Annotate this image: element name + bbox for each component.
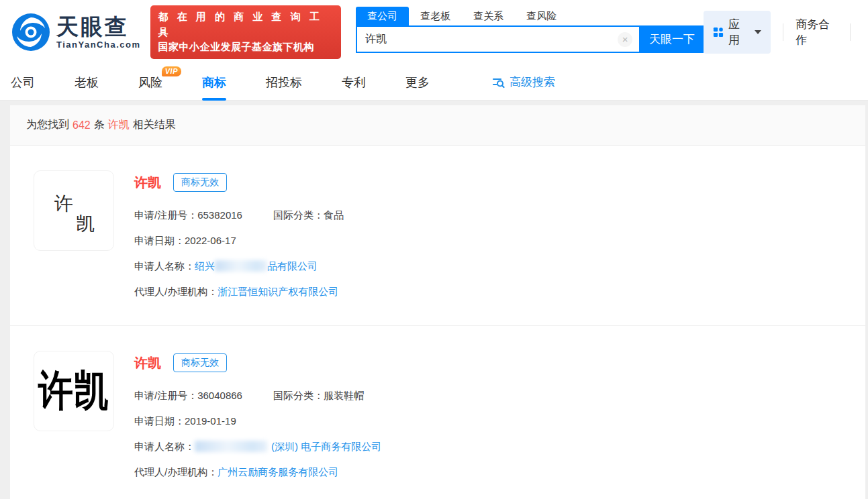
nav-tab-trademark[interactable]: 商标 (202, 64, 226, 101)
search-tab-company[interactable]: 查公司 (356, 7, 409, 25)
redacted-name-blur (195, 441, 267, 452)
brand-domain: TianYanCha.com (56, 40, 141, 50)
reg-no-value: 36040866 (197, 390, 242, 401)
status-badge: 商标无效 (173, 353, 227, 372)
apply-date-label: 申请日期： (134, 415, 185, 427)
applicant-row: 申请人名称：绍兴品有限公司 (134, 260, 344, 273)
search-tab-boss[interactable]: 查老板 (409, 7, 462, 25)
tianyancha-logo-icon (11, 12, 51, 52)
nav-tab-bidding[interactable]: 招投标 (266, 64, 302, 101)
applicant-label: 申请人名称： (134, 260, 195, 272)
header: 天眼查 TianYanCha.com 都 在 用 的 商 业 查 询 工 具 国… (0, 0, 868, 64)
brand-name: 天眼查 (56, 15, 141, 38)
nav-tab-more[interactable]: 更多 (405, 64, 430, 101)
chevron-down-icon (755, 30, 761, 34)
apply-date-label: 申请日期： (134, 235, 185, 246)
search-tabs: 查公司 查老板 查关系 查风险 (356, 7, 704, 25)
search-button[interactable]: 天眼一下 (640, 25, 704, 53)
applicant-name-prefix: 绍兴 (195, 260, 215, 272)
trademark-image-text: 许凯 (34, 343, 113, 439)
nav-tab-label: 老板 (75, 74, 99, 91)
active-tab-underline (202, 98, 226, 101)
nav-tab-label: 招投标 (266, 74, 302, 91)
applicant-name-suffix: (深圳) 电子商务有限公司 (271, 441, 381, 452)
trademark-image-char: 许 (54, 191, 73, 217)
trademark-image[interactable]: 许凯 (34, 351, 114, 431)
intl-class-value: 服装鞋帽 (324, 390, 364, 401)
agent-link[interactable]: 浙江晋恒知识产权有限公司 (218, 286, 338, 297)
nav-tab-risk[interactable]: 风险 VIP (138, 64, 162, 101)
status-badge: 商标无效 (173, 173, 227, 192)
result-title-row: 许凯 商标无效 (134, 353, 381, 372)
apply-date-row: 申请日期：2019-01-19 (134, 414, 381, 428)
trademark-title-link[interactable]: 许凯 (134, 354, 161, 372)
trademark-result-row: 许 凯 许凯 商标无效 申请/注册号：65382016 国际分类：食品 申请日期… (10, 146, 865, 326)
results-count: 642 (73, 119, 91, 131)
search-tab-relation[interactable]: 查关系 (462, 7, 515, 25)
intl-class-label: 国际分类： (273, 390, 324, 401)
apply-date-value: 2022-06-17 (185, 235, 236, 246)
registration-row: 申请/注册号：36040866 国际分类：服装鞋帽 (134, 389, 381, 402)
reg-no-value: 65382016 (197, 209, 242, 221)
promo-line2: 国家中小企业发展子基金旗下机构 (158, 40, 334, 55)
agent-row: 代理人/办理机构：浙江晋恒知识产权有限公司 (134, 285, 344, 298)
result-content: 许凯 商标无效 申请/注册号：65382016 国际分类：食品 申请日期：202… (134, 170, 344, 298)
search-row: × 天眼一下 (356, 25, 704, 53)
nav-tab-patent[interactable]: 专利 (342, 64, 366, 101)
apps-label: 应用 (728, 17, 749, 48)
nav-tab-label: 风险 (138, 74, 162, 91)
applicant-row: 申请人名称：(深圳) 电子商务有限公司 (134, 440, 381, 453)
search-input[interactable] (357, 34, 618, 46)
results-suffix: 相关结果 (133, 118, 176, 132)
reg-no-label: 申请/注册号： (134, 209, 197, 221)
nav-tab-label: 更多 (405, 74, 430, 91)
trademark-result-row: 许凯 许凯 商标无效 申请/注册号：36040866 国际分类：服装鞋帽 申请日… (10, 326, 865, 499)
applicant-name-suffix: 品有限公司 (267, 260, 318, 272)
page-body: 为您找到 642 条 许凯 相关结果 许 凯 许凯 商标无效 申请/注册号：65… (0, 101, 868, 499)
search-block: 查公司 查老板 查关系 查风险 × 天眼一下 (356, 7, 704, 53)
nav-tab-boss[interactable]: 老板 (75, 64, 99, 101)
category-nav: 公司 老板 风险 VIP 商标 招投标 专利 更多 高级搜索 (0, 64, 868, 101)
search-box: × (356, 25, 640, 53)
apply-date-row: 申请日期：2022-06-17 (134, 234, 344, 247)
registration-row: 申请/注册号：65382016 国际分类：食品 (134, 209, 344, 222)
agent-label: 代理人/办理机构： (134, 286, 218, 297)
results-prefix: 为您找到 (26, 118, 69, 132)
business-cooperation-link[interactable]: 商务合作 (795, 17, 838, 48)
agent-label: 代理人/办理机构： (134, 466, 218, 478)
nav-tab-label: 商标 (202, 74, 226, 91)
results-keyword: 许凯 (108, 118, 130, 132)
agent-row: 代理人/办理机构：广州云励商务服务有限公司 (134, 465, 381, 479)
promo-banner: 都 在 用 的 商 业 查 询 工 具 国家中小企业发展子基金旗下机构 (150, 5, 342, 59)
applicant-link[interactable]: (深圳) 电子商务有限公司 (195, 441, 381, 452)
advanced-search-icon (492, 76, 505, 89)
nav-tab-company[interactable]: 公司 (11, 64, 35, 101)
results-container: 为您找到 642 条 许凯 相关结果 许 凯 许凯 商标无效 申请/注册号：65… (10, 105, 865, 499)
reg-no-label: 申请/注册号： (134, 390, 197, 401)
applicant-label: 申请人名称： (134, 441, 195, 452)
search-tab-risk[interactable]: 查风险 (515, 7, 568, 25)
advanced-search-link[interactable]: 高级搜索 (492, 74, 555, 90)
promo-line1: 都 在 用 的 商 业 查 询 工 具 (158, 9, 334, 40)
trademark-title-link[interactable]: 许凯 (134, 174, 161, 192)
trademark-image-char: 凯 (76, 211, 95, 237)
redacted-name-blur (215, 260, 267, 272)
advanced-search-label: 高级搜索 (510, 74, 555, 90)
divider (783, 23, 783, 41)
applicant-link[interactable]: 绍兴品有限公司 (195, 260, 318, 272)
agent-link[interactable]: 广州云励商务服务有限公司 (218, 466, 338, 478)
clear-search-icon[interactable]: × (618, 32, 632, 47)
results-unit: 条 (94, 118, 105, 132)
result-title-row: 许凯 商标无效 (134, 173, 344, 192)
divider (850, 23, 851, 41)
apps-dropdown[interactable]: 应用 (704, 11, 771, 54)
tianyancha-logo[interactable]: 天眼查 TianYanCha.com (11, 12, 141, 52)
intl-class-label: 国际分类： (273, 209, 324, 221)
trademark-image[interactable]: 许 凯 (34, 170, 114, 251)
vip-badge: VIP (162, 66, 181, 76)
nav-tab-label: 公司 (11, 74, 35, 91)
apps-grid-icon (713, 26, 724, 38)
header-right: 应用 商务合作 (704, 11, 868, 54)
logo-text: 天眼查 TianYanCha.com (56, 15, 141, 50)
result-content: 许凯 商标无效 申请/注册号：36040866 国际分类：服装鞋帽 申请日期：2… (134, 351, 381, 479)
